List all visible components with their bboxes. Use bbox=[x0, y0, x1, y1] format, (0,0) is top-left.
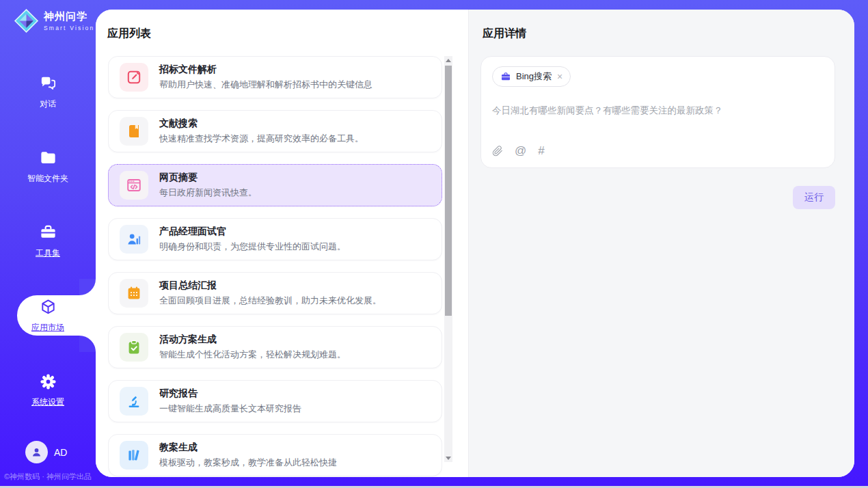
app-card[interactable]: 教案生成 模板驱动，教案秒成，教学准备从此轻松快捷 bbox=[108, 434, 442, 476]
app-list-title: 应用列表 bbox=[107, 27, 151, 41]
sidebar-item-label: 应用市场 bbox=[31, 322, 64, 334]
brand-subtitle: Smart Vision bbox=[44, 25, 94, 31]
app-icon-box bbox=[120, 63, 148, 92]
sidebar-item[interactable]: 对话 bbox=[0, 55, 96, 129]
brand-name: 神州问学 bbox=[44, 10, 94, 23]
cube-icon bbox=[39, 298, 57, 316]
app-name: 活动方案生成 bbox=[159, 334, 346, 346]
sidebar-nav: 对话 智能文件夹 工具集 bbox=[0, 55, 96, 427]
mention-icon[interactable]: @ bbox=[515, 144, 526, 158]
pen-square-icon bbox=[126, 69, 142, 85]
tool-tag-bing-search[interactable]: Bing搜索 × bbox=[492, 66, 571, 87]
scrollbar-up-arrow-icon[interactable] bbox=[444, 56, 452, 64]
app-description: 智能生成个性化活动方案，轻松解决规划难题。 bbox=[159, 349, 346, 361]
list-scrollbar[interactable] bbox=[444, 56, 452, 462]
app-icon-box bbox=[120, 441, 148, 470]
user-initials: AD bbox=[54, 447, 67, 458]
sidebar-item[interactable]: 应用市场 bbox=[0, 278, 96, 353]
scrollbar-thumb[interactable] bbox=[445, 66, 452, 316]
app-card[interactable]: 网页摘要 每日政府新闻资讯快查。 bbox=[108, 164, 442, 206]
sidebar-item-label: 智能文件夹 bbox=[27, 173, 68, 185]
query-input[interactable]: 今日湖北有哪些新闻要点？有哪些需要关注的最新政策？ bbox=[492, 105, 824, 117]
app-name: 产品经理面试官 bbox=[159, 226, 346, 238]
avatar bbox=[25, 441, 48, 463]
app-name: 招标文件解析 bbox=[159, 64, 372, 76]
scrollbar-down-arrow-icon[interactable] bbox=[444, 454, 452, 462]
app-name: 教案生成 bbox=[159, 442, 337, 454]
toolbox-icon bbox=[39, 223, 57, 242]
active-tab-curve-top bbox=[79, 279, 96, 295]
tool-tag-label: Bing搜索 bbox=[516, 70, 552, 83]
calendar-icon bbox=[126, 285, 142, 301]
chat-icon bbox=[39, 74, 57, 93]
app-name: 文献搜索 bbox=[159, 118, 364, 130]
app-window: 神州问学 Smart Vision 对话 bbox=[0, 0, 868, 488]
gear-icon bbox=[39, 372, 57, 391]
sidebar-item-label: 系统设置 bbox=[31, 396, 64, 408]
app-card[interactable]: 项目总结汇报 全面回顾项目进展，总结经验教训，助力未来优化发展。 bbox=[108, 272, 442, 314]
composer-toolbar: @ # bbox=[492, 144, 545, 158]
app-icon-box bbox=[120, 333, 148, 362]
run-button[interactable]: 运行 bbox=[793, 186, 835, 209]
app-card[interactable]: 招标文件解析 帮助用户快速、准确地理解和解析招标书中的关键信息 bbox=[108, 56, 442, 98]
microscope-icon bbox=[126, 393, 142, 409]
app-icon-box bbox=[120, 225, 148, 254]
app-description: 全面回顾项目进展，总结经验教训，助力未来优化发展。 bbox=[159, 295, 381, 307]
app-card[interactable]: 产品经理面试官 明确身份和职责，为您提供专业性的面试问题。 bbox=[108, 218, 442, 260]
brand-logo: 神州问学 Smart Vision bbox=[14, 8, 94, 33]
sidebar: 神州问学 Smart Vision 对话 bbox=[0, 0, 96, 488]
app-description: 快速精准查找学术资源，提高研究效率的必备工具。 bbox=[159, 133, 364, 145]
hash-icon[interactable]: # bbox=[538, 144, 544, 158]
app-icon-box bbox=[120, 117, 148, 146]
user-account[interactable]: AD bbox=[25, 441, 67, 463]
app-detail-title: 应用详情 bbox=[483, 27, 526, 41]
sidebar-item[interactable]: 智能文件夹 bbox=[0, 129, 96, 204]
app-list-section: 应用列表 招标文件解析 帮助用户快速、准确地理解和解析招标书中的关键信息 bbox=[96, 10, 468, 477]
sidebar-item-label: 对话 bbox=[40, 98, 56, 110]
close-icon[interactable]: × bbox=[556, 72, 563, 81]
app-description: 帮助用户快速、准确地理解和解析招标书中的关键信息 bbox=[159, 79, 372, 91]
sidebar-item[interactable]: 系统设置 bbox=[0, 353, 96, 427]
app-icon-box bbox=[120, 387, 148, 416]
app-description: 一键智能生成高质量长文本研究报告 bbox=[159, 403, 301, 415]
app-card[interactable]: 研究报告 一键智能生成高质量长文本研究报告 bbox=[108, 380, 442, 422]
interviewer-icon bbox=[126, 231, 142, 247]
app-description: 模板驱动，教案秒成，教学准备从此轻松快捷 bbox=[159, 457, 337, 469]
app-card-list: 招标文件解析 帮助用户快速、准确地理解和解析招标书中的关键信息 文献搜索 快速精… bbox=[108, 56, 442, 477]
paperclip-icon[interactable] bbox=[492, 146, 503, 157]
app-card[interactable]: 活动方案生成 智能生成个性化活动方案，轻松解决规划难题。 bbox=[108, 326, 442, 368]
app-description: 明确身份和职责，为您提供专业性的面试问题。 bbox=[159, 241, 346, 253]
clipboard-check-icon bbox=[126, 339, 142, 355]
main-panel: 应用列表 招标文件解析 帮助用户快速、准确地理解和解析招标书中的关键信息 bbox=[96, 10, 854, 477]
copyright-text: ©神州数码 · 神州问学出品 bbox=[4, 472, 94, 482]
book-icon bbox=[126, 123, 142, 139]
app-name: 项目总结汇报 bbox=[159, 280, 381, 292]
books-icon bbox=[126, 447, 142, 463]
briefcase-icon bbox=[500, 71, 511, 82]
active-tab-curve-bottom bbox=[79, 336, 96, 352]
app-name: 网页摘要 bbox=[159, 172, 257, 184]
sidebar-item-label: 工具集 bbox=[36, 247, 60, 259]
user-icon bbox=[30, 446, 43, 459]
app-detail-section: 应用详情 Bing搜索 × 今日湖北有哪些新闻要点？有哪些需要关注的最新政策？ … bbox=[468, 10, 854, 477]
prompt-card: Bing搜索 × 今日湖北有哪些新闻要点？有哪些需要关注的最新政策？ @ # bbox=[480, 56, 835, 168]
app-name: 研究报告 bbox=[159, 388, 301, 400]
folder-icon bbox=[39, 149, 57, 167]
app-icon-box bbox=[120, 279, 148, 308]
app-description: 每日政府新闻资讯快查。 bbox=[159, 187, 257, 199]
browser-code-icon bbox=[126, 177, 142, 193]
app-icon-box bbox=[120, 171, 148, 200]
sidebar-item[interactable]: 工具集 bbox=[0, 204, 96, 278]
brand-diamond-icon bbox=[14, 8, 39, 33]
app-card[interactable]: 文献搜索 快速精准查找学术资源，提高研究效率的必备工具。 bbox=[108, 110, 442, 152]
